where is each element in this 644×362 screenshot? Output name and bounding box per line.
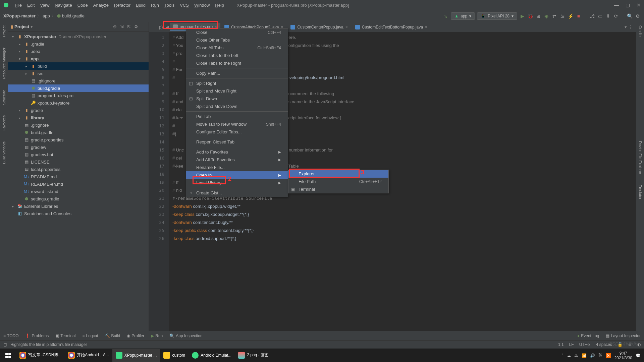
line-ending[interactable]: LF — [569, 342, 574, 347]
breadcrumb-app[interactable]: app — [43, 13, 50, 18]
tree-build-gradle[interactable]: ⬢build.gradle — [8, 84, 149, 92]
side-structure[interactable]: Structure — [1, 88, 7, 107]
bottom-problems[interactable]: ❗Problems — [25, 334, 49, 338]
sync-icon[interactable]: ⟳ — [613, 13, 619, 19]
ctx-close-right[interactable]: Close Tabs to the Right — [186, 59, 288, 67]
tray-date[interactable]: 2021/8/30 — [614, 356, 632, 360]
tree-library[interactable]: ▸▮library — [8, 114, 149, 121]
bottom-profiler[interactable]: ◉Profiler — [127, 334, 144, 338]
tree-readme-en[interactable]: M↓README-en.md — [8, 180, 149, 188]
minimize-icon[interactable]: — — [614, 2, 619, 8]
gear-icon[interactable]: ⚙ — [134, 24, 138, 29]
run-icon[interactable]: ▶ — [519, 13, 525, 19]
chevron-down-icon[interactable]: ▾ — [31, 24, 33, 29]
side-resource-manager[interactable]: Resource Manager — [1, 46, 7, 81]
menu-edit[interactable]: Edit — [24, 3, 37, 8]
tree-settings[interactable]: ⬢settings.gradle — [8, 195, 149, 202]
sub-terminal[interactable]: ▣Terminal — [288, 185, 388, 193]
search-icon[interactable]: 🔍 — [627, 13, 633, 19]
tree-root[interactable]: ▾▮XPopup-masterD:\demo\XPopup-master — [8, 33, 149, 40]
tab-custom-edittext[interactable]: CustomEditTextBottomPopup.java× — [352, 23, 431, 31]
task-android-emulator[interactable]: Android Emulat... — [189, 349, 235, 362]
tree-gitignore2[interactable]: ▤.gitignore — [8, 121, 149, 129]
ctx-config-tabs[interactable]: Configure Editor Tabs... — [186, 128, 288, 136]
tree-scratches[interactable]: ◧Scratches and Consoles — [8, 210, 149, 217]
bottom-logcat[interactable]: ≡Logcat — [83, 334, 98, 338]
avd-icon[interactable]: ▭ — [597, 13, 603, 19]
project-tree[interactable]: ▾▮XPopup-masterD:\demo\XPopup-master ▸▮.… — [8, 32, 149, 331]
task-chrome-csdn[interactable]: 写文章 -CSDN博... — [16, 349, 65, 362]
tab-custom-center[interactable]: CustomCenterPopup.java× — [287, 23, 351, 31]
ctx-split-move-right[interactable]: Split and Move Right — [186, 87, 288, 95]
tree-gradlew-bat[interactable]: ▤gradlew.bat — [8, 151, 149, 158]
breadcrumb-leaf[interactable]: build.gradle — [62, 13, 85, 18]
tree-gradlew[interactable]: ▤gradlew — [8, 143, 149, 151]
expand-icon[interactable]: ⇲ — [120, 24, 124, 29]
bottom-layout-inspector[interactable]: ▦Layout Inspector — [606, 334, 641, 338]
breadcrumb[interactable]: XPopup-master 〉 app 〉 ⬢ build.gradle — [3, 13, 85, 19]
menu-refactor[interactable]: Refactor — [111, 3, 133, 8]
menu-build[interactable]: Build — [133, 3, 148, 8]
ctx-create-gist[interactable]: ○Create Gist... — [186, 189, 288, 197]
attach-icon[interactable]: ⇄ — [551, 13, 557, 19]
stop-icon[interactable]: ■ — [576, 13, 582, 19]
close-icon[interactable]: × — [425, 25, 427, 29]
tree-proguard[interactable]: ▤proguard-rules.pro — [8, 92, 149, 99]
bottom-todo[interactable]: ≡TODO — [3, 334, 18, 338]
menu-tools[interactable]: Tools — [162, 3, 177, 8]
ctx-close[interactable]: CloseCtrl+F4 — [186, 28, 288, 36]
side-build-variants[interactable]: Build Variants — [1, 139, 7, 166]
menu-help[interactable]: Help — [212, 3, 227, 8]
tray-notifications-icon[interactable]: 💬 — [636, 353, 641, 358]
tray-sogou-icon[interactable]: S — [606, 353, 611, 358]
menu-code[interactable]: Code — [75, 3, 91, 8]
tray-network-icon[interactable]: 🖧 — [574, 353, 578, 358]
apply-changes-icon[interactable]: ⚡ — [568, 13, 574, 19]
task-android-studio[interactable]: XPopup-master ... — [112, 349, 160, 362]
tree-keystore[interactable]: 🔑xpopup.keystore — [8, 99, 149, 107]
menu-window[interactable]: Window — [192, 3, 212, 8]
tree-build-gradle2[interactable]: ⬢build.gradle — [8, 129, 149, 136]
git-icon[interactable]: ⎇ — [589, 13, 595, 19]
ctx-close-all[interactable]: Close All TabsCtrl+Shift+F4 — [186, 44, 288, 52]
tree-ext-libs[interactable]: ▸📚External Libraries — [8, 202, 149, 210]
ctx-split-right[interactable]: ◫Split Right — [186, 79, 288, 87]
locate-icon[interactable]: ⊕ — [113, 24, 117, 29]
menu-run[interactable]: Run — [148, 3, 162, 8]
run-config-selector[interactable]: ▲ app ▾ — [451, 12, 475, 20]
tree-gitignore[interactable]: ▤.gitignore — [8, 77, 149, 84]
cursor-position[interactable]: 1:1 — [558, 342, 564, 347]
hammer-icon[interactable]: ↘ — [443, 13, 449, 19]
ctx-local-history[interactable]: Local History▶ — [186, 179, 288, 187]
ctx-rename[interactable]: Rename File... — [186, 164, 288, 171]
tree-src[interactable]: ▸▮src — [8, 70, 149, 77]
ctx-pin[interactable]: Pin Tab — [186, 113, 288, 120]
tray-ime[interactable]: 英 — [598, 353, 602, 358]
memory-icon[interactable]: ◐ — [637, 342, 641, 347]
tree-local-props[interactable]: ▤local.properties — [8, 166, 149, 173]
tray-onedrive-icon[interactable]: ☁ — [567, 353, 571, 358]
menu-analyze[interactable]: Analyze — [91, 3, 111, 8]
side-device-file-explorer[interactable]: Device File Explorer — [638, 139, 643, 176]
ctx-add-all-fav[interactable]: Add All To Favorites▶ — [186, 156, 288, 164]
more-tabs-icon[interactable]: ▾ ⋮ — [621, 24, 636, 29]
debug-icon[interactable]: 🐞 — [527, 13, 533, 19]
tray-volume-icon[interactable]: 🔊 — [590, 353, 595, 358]
settings-icon[interactable]: ⚙ — [635, 13, 641, 19]
tree-build[interactable]: ▸▮build — [8, 62, 149, 70]
tree-license[interactable]: ▤LICENSE — [8, 158, 149, 166]
menu-file[interactable]: File — [12, 3, 24, 8]
tree-readme[interactable]: M↓README.md — [8, 173, 149, 180]
tree-gradle-props[interactable]: ▤gradle.properties — [8, 136, 149, 143]
ctx-open-in[interactable]: Open In▶ — [186, 171, 288, 179]
task-paint[interactable]: 2.png - 画图 — [235, 349, 272, 362]
bottom-app-inspection[interactable]: 🔍App Inspection — [169, 334, 202, 338]
ctx-split-down[interactable]: ⊟Split Down — [186, 95, 288, 103]
tray-chevron-up-icon[interactable]: ˄ — [561, 353, 564, 358]
device-selector[interactable]: 📱 Pixel API 28 ▾ — [477, 12, 517, 20]
bottom-build[interactable]: 🔨Build — [105, 334, 120, 338]
tray-time[interactable]: 9:47 — [614, 351, 632, 356]
breadcrumb-root[interactable]: XPopup-master — [3, 13, 36, 18]
ctx-close-other[interactable]: Close Other Tabs — [186, 36, 288, 44]
collapse-icon[interactable]: ⇱ — [127, 24, 131, 29]
